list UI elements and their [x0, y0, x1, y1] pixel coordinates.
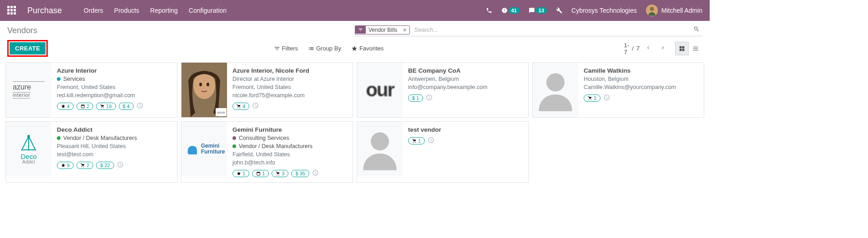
card-image: our [357, 63, 403, 117]
card-email: test@test.com [57, 151, 172, 158]
card-image: azureinterior [6, 63, 51, 117]
list-view-button[interactable] [689, 42, 702, 55]
vendor-card[interactable]: test vendor 1 [357, 121, 529, 183]
nav-menu-reporting[interactable]: Reporting [150, 7, 178, 14]
nav-menu-products[interactable]: Products [114, 7, 139, 14]
card-title: Azure Interior, Nicole Ford [232, 67, 347, 74]
user-name: Mitchell Admin [661, 7, 702, 14]
breadcrumb: Vendors [7, 26, 37, 35]
nav-menu: Orders Products Reporting Configuration [84, 7, 227, 14]
stat-badge-dollar[interactable]: $ 22 [96, 162, 114, 169]
card-title: test vendor [408, 126, 523, 133]
stat-badge-cart[interactable]: 4 [232, 103, 249, 110]
chat-icon[interactable]: 13 [529, 7, 547, 14]
app-brand[interactable]: Purchase [27, 6, 62, 15]
card-tag: Vendor / Desk Manufacturers [232, 143, 347, 149]
vendor-card[interactable]: our BE Company CoA Antwerpen, Belgiuminf… [357, 62, 529, 118]
activity-clock-icon[interactable] [117, 161, 124, 169]
control-panel: Vendors Vendor Bills × CREATE [0, 21, 710, 59]
card-location: Fremont, United States [232, 84, 347, 90]
kanban-view-button[interactable] [675, 42, 689, 55]
stat-badge-dollar[interactable]: $ 4 [119, 103, 134, 110]
azure-logo: azureinterior [13, 81, 45, 99]
top-navbar: Purchase Orders Products Reporting Confi… [0, 0, 710, 21]
chat-badge: 13 [536, 7, 547, 14]
favorites-button[interactable]: Favorites [351, 45, 384, 52]
nav-menu-orders[interactable]: Orders [84, 7, 103, 14]
search-icon[interactable] [691, 26, 702, 34]
close-icon[interactable]: × [400, 26, 409, 34]
card-location: Fairfield, United States [232, 151, 347, 158]
kanban-view: azureinterior Azure Interior ServicesFre… [0, 59, 710, 186]
svg-point-4 [199, 83, 202, 86]
favorites-label: Favorites [359, 45, 384, 52]
stat-badge-star[interactable]: 4 [57, 103, 74, 110]
silhouette-icon [362, 126, 398, 172]
card-email: red.kill.redemption@gmail.com [57, 92, 172, 99]
user-menu[interactable]: Mitchell Admin [646, 5, 702, 16]
vendor-card[interactable]: DecoAddict Deco Addict Vendor / Desk Man… [5, 121, 177, 183]
card-tag: Consulting Services [232, 135, 347, 141]
create-button[interactable]: CREATE [10, 42, 45, 55]
view-switcher [675, 42, 702, 55]
vendor-card[interactable]: GeminiFurniture Gemini Furniture Consult… [181, 121, 353, 183]
pager-total: 7 [636, 45, 640, 52]
svg-text:azure: azure [217, 111, 225, 114]
card-location: Pleasant Hill, United States [57, 143, 172, 149]
pager: 1-7 / 7 [624, 42, 669, 55]
stat-badge-cart[interactable]: 3 [272, 170, 288, 177]
activity-icon[interactable]: 41 [501, 7, 520, 14]
card-subtitle: Director at Azure Interior [232, 76, 347, 82]
activity-clock-icon[interactable] [136, 102, 143, 110]
vendor-card[interactable]: azureinterior Azure Interior ServicesFre… [5, 62, 177, 118]
card-email: john.b@tech.info [232, 159, 347, 166]
search-input[interactable] [413, 25, 691, 35]
vendor-card[interactable]: azure Azure Interior, Nicole Ford Direct… [181, 62, 353, 118]
company-logo-fragment: our [366, 79, 394, 101]
stat-badge-dollar[interactable]: $ 35 [291, 170, 309, 177]
card-image: azure [182, 63, 227, 117]
activity-clock-icon[interactable] [428, 137, 434, 145]
nav-menu-configuration[interactable]: Configuration [189, 7, 227, 14]
stat-badge-calendar[interactable]: 1 [252, 170, 269, 177]
avatar [646, 5, 658, 16]
pager-prev[interactable] [642, 43, 654, 54]
card-email: info@company.beexample.com [408, 84, 523, 90]
card-title: Gemini Furniture [232, 126, 347, 133]
stat-badge-cart[interactable]: 19 [96, 103, 116, 110]
stat-badge-calendar[interactable]: 2 [76, 103, 93, 110]
groupby-button[interactable]: Group By [308, 45, 341, 52]
silhouette-icon [537, 67, 574, 113]
search-facet-vendor-bills: Vendor Bills × [355, 25, 410, 35]
search-facet-label: Vendor Bills [366, 26, 400, 34]
card-title: Deco Addict [57, 126, 172, 133]
card-image [357, 122, 403, 176]
card-email: nicole.ford75@example.com [232, 92, 347, 99]
activity-clock-icon[interactable] [426, 94, 433, 102]
activity-clock-icon[interactable] [312, 169, 319, 178]
vendor-card[interactable]: Camille Watkins Houston, BelgiumCamille.… [532, 62, 704, 118]
stat-badge-cart[interactable]: 2 [76, 162, 93, 169]
stat-badge-dollar[interactable]: $ 1 [408, 94, 423, 102]
gemini-logo: GeminiFurniture [184, 141, 225, 157]
debug-icon[interactable] [556, 7, 562, 14]
stat-badge-cart[interactable]: 1 [408, 137, 425, 144]
apps-icon[interactable] [7, 6, 16, 15]
card-tag: Services [57, 76, 172, 82]
stat-badge-cart[interactable]: 1 [584, 94, 601, 102]
pager-range: 1-7 [624, 42, 630, 55]
card-image [533, 63, 578, 117]
activity-clock-icon[interactable] [252, 102, 259, 110]
card-title: BE Company CoA [408, 67, 523, 74]
search-bar: Vendor Bills × [355, 25, 702, 36]
phone-icon[interactable] [486, 7, 492, 14]
card-location: Fremont, United States [57, 84, 172, 90]
stat-badge-star[interactable]: 1 [232, 170, 249, 177]
card-title: Camille Watkins [584, 67, 698, 74]
company-selector[interactable]: Cybrosys Technologies [571, 7, 637, 14]
filters-button[interactable]: Filters [274, 45, 298, 52]
pager-next[interactable] [657, 43, 669, 54]
card-image: GeminiFurniture [182, 122, 227, 176]
stat-badge-star[interactable]: 9 [57, 162, 74, 169]
activity-clock-icon[interactable] [603, 94, 610, 102]
